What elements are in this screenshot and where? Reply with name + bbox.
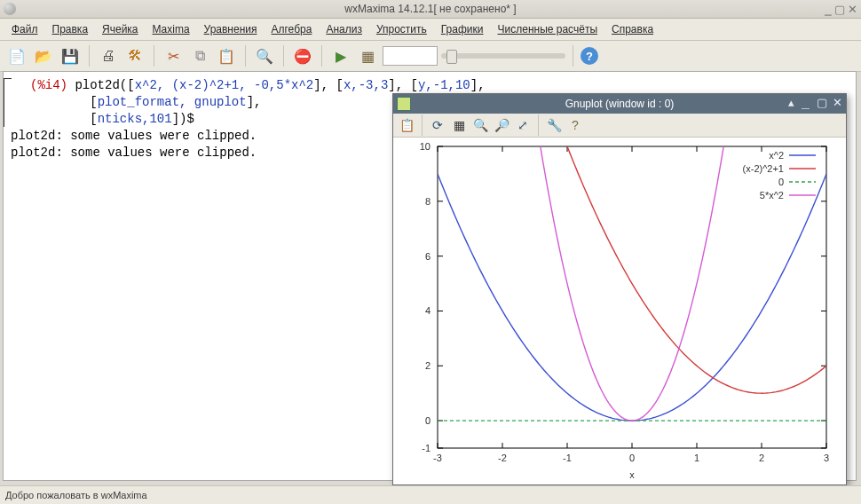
- svg-text:x^2: x^2: [769, 150, 784, 161]
- toolbar-separator: [321, 45, 322, 67]
- svg-text:2: 2: [759, 453, 764, 463]
- menu-maxima[interactable]: Maxima: [146, 20, 196, 38]
- save-file-button[interactable]: 💾: [59, 44, 82, 67]
- svg-text:-2: -2: [498, 453, 507, 463]
- menu-cell[interactable]: Ячейка: [96, 20, 144, 38]
- menu-edit[interactable]: Правка: [46, 20, 95, 38]
- menu-algebra[interactable]: Алгебра: [265, 20, 319, 38]
- app-icon: [4, 3, 16, 15]
- menu-analysis[interactable]: Анализ: [320, 20, 368, 38]
- find-button[interactable]: 🔍: [253, 44, 276, 67]
- gp-zoom-prev-button[interactable]: 🔍: [470, 115, 490, 135]
- gp-autoscale-button[interactable]: ⤢: [513, 115, 533, 135]
- gnuplot-window: Gnuplot (window id : 0) ▴ ＿ ▢ ✕ 📋 ⟳ ▦ 🔍 …: [392, 93, 847, 485]
- print-button[interactable]: 🖨: [97, 44, 120, 67]
- window-title: wxMaxima 14.12.1[ не сохранено* ]: [344, 3, 516, 15]
- run-button[interactable]: ▶: [329, 44, 352, 67]
- anim-dropdown[interactable]: [383, 46, 438, 66]
- menu-file[interactable]: Файл: [5, 20, 44, 38]
- cell-bracket[interactable]: [4, 78, 12, 127]
- svg-text:8: 8: [425, 196, 430, 207]
- menu-simplify[interactable]: Упростить: [370, 20, 433, 38]
- toolbar-separator: [89, 45, 90, 67]
- stop-button[interactable]: ⛔: [291, 44, 314, 67]
- gnuplot-titlebar[interactable]: Gnuplot (window id : 0) ▴ ＿ ▢ ✕: [393, 94, 846, 114]
- gnuplot-maximize-icon[interactable]: ▢: [817, 96, 827, 112]
- menu-help[interactable]: Справка: [605, 20, 660, 38]
- gp-config-button[interactable]: 🔧: [544, 115, 564, 135]
- gnuplot-icon: [397, 97, 411, 111]
- gnuplot-rollup-icon[interactable]: ▴: [788, 96, 794, 112]
- gnuplot-toolbar: 📋 ⟳ ▦ 🔍 🔎 ⤢ 🔧 ?: [393, 114, 846, 138]
- svg-text:6: 6: [425, 251, 430, 262]
- svg-text:0: 0: [778, 177, 784, 187]
- toolbar-separator: [245, 45, 246, 67]
- interrupt-button[interactable]: ▦: [356, 44, 379, 67]
- toolbar-separator: [573, 45, 573, 67]
- help-button[interactable]: ?: [581, 47, 598, 65]
- menu-equations[interactable]: Уравнения: [198, 20, 264, 38]
- gnuplot-minimize-icon[interactable]: ＿: [800, 96, 811, 112]
- gp-grid-button[interactable]: ▦: [449, 115, 469, 135]
- gp-copy-button[interactable]: 📋: [397, 115, 416, 135]
- toolbar: 📄 📂 💾 🖨 🛠 ✂ ⧉ 📋 🔍 ⛔ ▶ ▦ ?: [0, 41, 861, 72]
- gnuplot-close-icon[interactable]: ✕: [833, 96, 842, 112]
- svg-text:1: 1: [694, 453, 699, 463]
- gp-zoom-next-button[interactable]: 🔎: [492, 115, 511, 135]
- menu-plots[interactable]: Графики: [435, 20, 490, 38]
- menubar: Файл Правка Ячейка Maxima Уравнения Алге…: [0, 19, 861, 41]
- menu-numeric[interactable]: Численные расчёты: [492, 20, 604, 38]
- svg-text:-1: -1: [563, 453, 572, 463]
- status-text: Добро пожаловать в wxMaxima: [5, 490, 147, 500]
- maximize-icon[interactable]: ▢: [834, 3, 845, 16]
- cut-button[interactable]: ✂: [162, 44, 185, 67]
- toolbar-separator: [154, 45, 154, 67]
- input-prompt: (%i4): [30, 78, 67, 92]
- gnuplot-title: Gnuplot (window id : 0): [565, 98, 675, 110]
- svg-text:0: 0: [425, 415, 430, 426]
- svg-text:(x-2)^2+1: (x-2)^2+1: [743, 163, 784, 174]
- svg-text:0: 0: [629, 453, 635, 463]
- new-file-button[interactable]: 📄: [5, 44, 28, 67]
- minimize-icon[interactable]: ⎯: [825, 3, 832, 16]
- copy-button[interactable]: ⧉: [188, 44, 211, 67]
- gnuplot-canvas[interactable]: -10246810-3-2-10123xx^2(x-2)^2+105*x^2: [393, 138, 846, 484]
- main-titlebar: wxMaxima 14.12.1[ не сохранено* ] ⎯ ▢ ✕: [0, 0, 861, 19]
- svg-text:5*x^2: 5*x^2: [760, 190, 784, 201]
- statusbar: Добро пожаловать в wxMaxima: [0, 485, 861, 504]
- open-file-button[interactable]: 📂: [32, 44, 55, 67]
- svg-text:-1: -1: [422, 443, 430, 453]
- prefs-button[interactable]: 🛠: [123, 44, 146, 67]
- svg-text:3: 3: [824, 453, 829, 463]
- toolbar-separator: [538, 114, 539, 136]
- gp-help-button[interactable]: ?: [565, 115, 585, 135]
- anim-slider[interactable]: [441, 53, 565, 59]
- svg-text:-3: -3: [433, 453, 442, 463]
- svg-text:4: 4: [425, 305, 430, 316]
- toolbar-separator: [283, 45, 284, 67]
- svg-text:10: 10: [420, 141, 430, 152]
- toolbar-separator: [422, 114, 423, 136]
- close-icon[interactable]: ✕: [848, 3, 857, 16]
- paste-button[interactable]: 📋: [215, 44, 238, 67]
- svg-text:2: 2: [425, 360, 430, 371]
- gp-replot-button[interactable]: ⟳: [428, 115, 447, 135]
- svg-text:x: x: [629, 469, 635, 480]
